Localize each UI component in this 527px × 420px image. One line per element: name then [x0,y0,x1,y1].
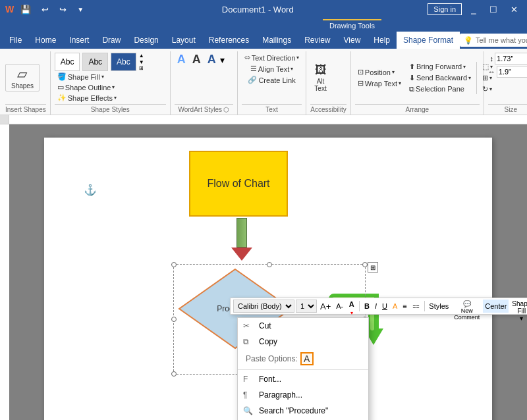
fill-dropdown[interactable]: ▾ [101,74,104,80]
page-wrapper[interactable]: ⚓ Flow of Chart Procedure [9,124,527,420]
tab-insert[interactable]: Insert [63,32,96,49]
shape-style-3[interactable]: Abc [111,53,136,71]
tab-draw[interactable]: Draw [96,32,127,49]
wrap-text-btn[interactable]: ⊟ Wrap Text ▾ [355,78,404,88]
accessibility-label: Accessibility [310,104,346,113]
wordart-row: A A A ▾ [175,53,225,66]
bring-forward-dropdown[interactable]: ▾ [463,64,466,70]
align-text-btn[interactable]: ☰ Align Text ▾ [248,64,296,74]
position-btn[interactable]: ⊡ Position ▾ [355,67,404,77]
fill-icon: 🪣 [57,72,67,81]
scroll-down[interactable]: ▼ [139,59,144,65]
shapes-icon: ▱ [17,66,27,82]
new-comment-btn[interactable]: 💬 NewComment [452,300,482,313]
tab-file[interactable]: File [3,32,28,49]
styles-btn[interactable]: Styles [427,300,451,313]
handle-tr[interactable] [362,262,368,267]
shape-styles-group: Abc Abc Abc ▲ ▼ ⊞ 🪣 Shape Fill ▾ ▭ Shape… [52,51,171,115]
expand-styles[interactable]: ⊞ [139,65,144,71]
height-input[interactable] [495,53,527,65]
minimize-button[interactable]: ⎯ [467,3,480,16]
ctx-cut[interactable]: ✂ Cut [238,318,368,334]
lightbulb-icon: 💡 [464,36,473,45]
ctx-search[interactable]: 🔍 Search "Procedure" [238,403,368,419]
layout-button[interactable]: ⊞ [368,262,378,273]
tab-references[interactable]: References [202,32,256,49]
text-dir-dropdown[interactable]: ▾ [296,55,299,61]
wordart-expand-icon[interactable]: ⬡ [223,106,229,113]
tab-layout[interactable]: Layout [165,32,202,49]
tab-view[interactable]: View [337,32,368,49]
position-icon: ⊡ [358,68,364,76]
search-icon: 🔍 [243,406,253,415]
save-button[interactable]: 💾 [16,3,35,16]
undo-button[interactable]: ↩ [38,3,53,16]
font-size-select[interactable]: 11 [296,300,317,313]
height-icon: ↕ [490,55,494,63]
effects-icon: ✨ [57,93,67,102]
maximize-button[interactable]: ☐ [485,3,501,16]
handle-bl[interactable] [171,371,177,377]
underline-button[interactable]: U [380,300,389,313]
bullets-btn[interactable]: ≡ [401,300,408,313]
shapes-button[interactable]: ▱ Shapes [5,64,40,92]
document-title: Document1 - Word [222,5,294,14]
shape-effects-btn[interactable]: ✨ Shape Effects ▾ [55,93,119,103]
shape-style-2[interactable]: Abc [82,53,108,71]
effects-dropdown[interactable]: ▾ [114,95,117,101]
arrange-group: ⊡ Position ▾ ⊟ Wrap Text ▾ ⬆ Bring Forwa… [352,51,484,115]
tab-review[interactable]: Review [298,32,337,49]
insert-shapes-label: Insert Shapes [5,104,46,113]
create-link-btn[interactable]: 🔗 Create Link [245,75,298,85]
outline-dropdown[interactable]: ▾ [112,84,115,90]
mini-formatting-toolbar: Calibri (Body) 11 A+ A- A ▾ B I U A ≡ [230,298,527,315]
paste-box-1[interactable]: A [300,352,314,365]
tab-home[interactable]: Home [28,32,63,49]
shape-outline-btn[interactable]: ▭ Shape Outline ▾ [55,82,119,92]
text-direction-btn[interactable]: ⬄ Text Direction ▾ [242,53,302,63]
shape-fill-ribbon-btn[interactable]: Shape Fill▾ [510,300,527,313]
width-input[interactable] [497,66,527,78]
tab-shape-format[interactable]: Shape Format [397,32,460,49]
close-button[interactable]: ✕ [507,3,522,16]
title-bar-left: W 💾 ↩ ↪ ▼ [5,3,88,16]
ctx-font[interactable]: F Font... [238,371,368,387]
align-text-icon: ☰ [250,65,257,73]
sign-in-button[interactable]: Sign in [428,3,462,15]
shape-fill-btn[interactable]: 🪣 Shape Fill ▾ [55,72,119,82]
bring-forward-btn[interactable]: ⬆ Bring Forward ▾ [406,62,474,72]
copy-icon: ⧉ [243,337,249,346]
ctx-paragraph[interactable]: ¶ Paragraph... [238,387,368,403]
align-dropdown[interactable]: ▾ [291,66,293,72]
selection-pane-btn[interactable]: ⧉ Selection Pane [406,84,474,94]
redo-button[interactable]: ↪ [55,3,70,16]
wrap-dropdown[interactable]: ▾ [399,80,401,86]
font-color-btn[interactable]: A ▾ [347,300,356,313]
wordart-expand[interactable]: ▾ [220,55,225,65]
document-area: ⚓ Flow of Chart Procedure [0,124,527,420]
shape-options: 🪣 Shape Fill ▾ ▭ Shape Outline ▾ ✨ Shape… [55,72,119,103]
flowchart-box[interactable]: Flow of Chart [189,151,288,217]
word-logo: W [5,4,14,14]
tab-mailings[interactable]: Mailings [256,32,298,49]
tab-help[interactable]: Help [367,32,397,49]
position-dropdown[interactable]: ▾ [392,69,395,75]
send-backward-btn[interactable]: ⬇ Send Backward ▾ [406,73,474,83]
numbering-btn[interactable]: ⩵ [410,300,422,313]
send-backward-dropdown[interactable]: ▾ [468,75,471,81]
center-btn[interactable]: Center [483,300,509,313]
highlight-btn[interactable]: A [391,300,399,313]
font-select[interactable]: Calibri (Body) [233,300,294,313]
bold-button[interactable]: B [362,300,372,313]
tab-design[interactable]: Design [127,32,165,49]
ctx-copy[interactable]: ⧉ Copy [238,334,368,350]
tell-me-box[interactable]: 💡 Tell me what you want to do [460,34,527,47]
customize-button[interactable]: ▼ [73,5,88,14]
scroll-up[interactable]: ▲ [139,53,144,59]
decrease-font-btn[interactable]: A- [334,300,345,313]
alt-text-btn[interactable]: 🖼 AltText [310,62,330,93]
alt-text-icon: 🖼 [315,63,327,77]
increase-font-btn[interactable]: A+ [318,300,333,313]
italic-button[interactable]: I [373,300,379,313]
shape-style-1[interactable]: Abc [55,53,80,71]
